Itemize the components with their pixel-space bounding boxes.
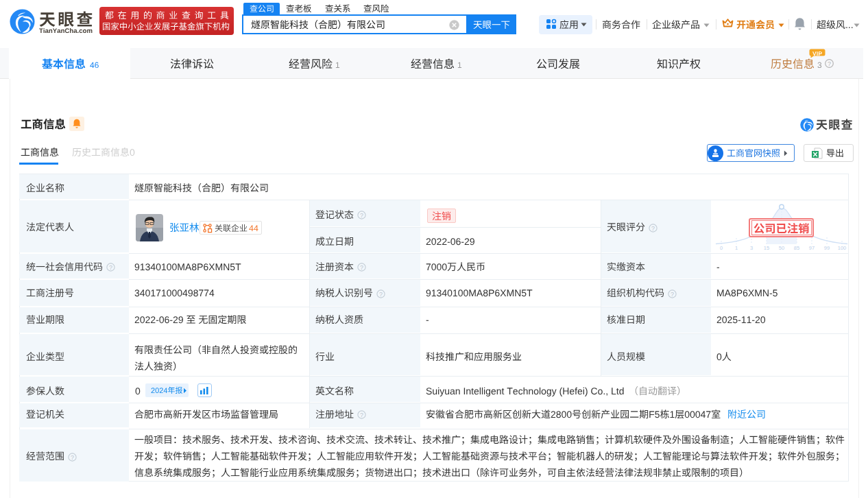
svg-text:?: ? [379,290,383,297]
svg-text:1: 1 [735,245,738,251]
svg-text:3: 3 [750,245,753,251]
svg-text:?: ? [360,264,363,271]
svg-text:0: 0 [720,245,723,251]
svg-text:100: 100 [838,245,847,251]
svg-text:85: 85 [794,245,799,251]
svg-text:15: 15 [764,245,769,251]
svg-text:50: 50 [779,245,784,251]
svg-text:?: ? [109,264,112,271]
svg-text:97: 97 [809,245,815,251]
svg-text:?: ? [360,212,363,219]
svg-text:?: ? [71,453,74,460]
svg-text:?: ? [671,290,674,297]
svg-text:99: 99 [824,245,830,251]
svg-text:?: ? [360,412,363,418]
svg-text:?: ? [828,60,831,67]
svg-text:?: ? [651,224,655,231]
